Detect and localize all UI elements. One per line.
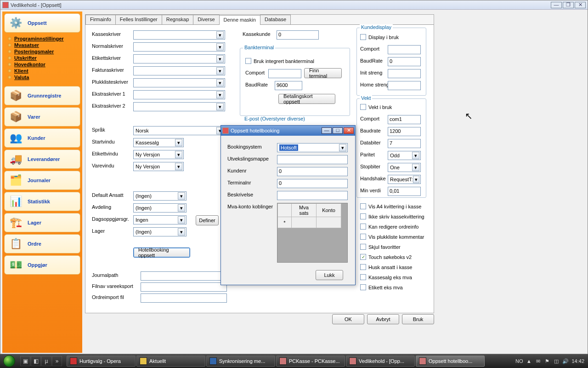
language-indicator[interactable]: NO <box>515 358 523 364</box>
dropdown-etikettvindu[interactable]: Ny Versjon▾ <box>133 150 184 159</box>
checkbox-brukintegrert[interactable]: Bruk integrert bankterminal <box>245 58 314 64</box>
tab-dennemaskin[interactable]: Denne maskin <box>219 15 260 25</box>
tab-felles[interactable]: Felles Instillinger <box>115 15 162 24</box>
tray-icon[interactable]: ⚑ <box>544 358 550 364</box>
dialog-titlebar[interactable]: Oppsett hotellbooking — □ ✕ <box>221 126 355 136</box>
sidebar-sub-klient[interactable]: Klient <box>8 68 81 74</box>
input-bt-comport[interactable] <box>268 69 301 78</box>
network-icon[interactable]: ◫ <box>553 358 560 364</box>
sidebar-sub-valuta[interactable]: Valuta <box>8 74 81 80</box>
sidebar-item-lager[interactable]: 🏗️Lager <box>4 213 80 232</box>
input-kd-baudrate[interactable]: 0 <box>388 57 421 66</box>
ok-button[interactable]: OK <box>332 314 364 324</box>
dialog-minimize-icon[interactable]: — <box>322 127 332 134</box>
sidebar-item-oppgjor[interactable]: 💵Oppgjør <box>4 255 80 275</box>
checkbox-huskansatt[interactable]: Husk ansatt i kasse <box>360 264 412 270</box>
finnterminal-button[interactable]: Finn terminal <box>304 68 342 78</box>
quicklaunch-item[interactable]: ◧ <box>31 356 41 366</box>
sidebar-sub-posteringsmaler[interactable]: Posteringsmaler <box>8 48 81 55</box>
task-aktuellt[interactable]: Aktuellt <box>136 356 205 367</box>
quicklaunch-item[interactable]: µ <box>41 356 51 366</box>
tab-regnskap[interactable]: Regnskap <box>162 15 194 24</box>
sidebar-item-statistikk[interactable]: 📊Statistikk <box>4 192 80 211</box>
input-homestreng[interactable] <box>388 81 421 90</box>
input-databiter[interactable]: 7 <box>388 139 421 148</box>
task-synkronisering[interactable]: Synkronisering me... <box>206 356 275 367</box>
table-mvakonto[interactable]: Mva satsKonto * <box>277 203 348 263</box>
sidebar-sub-utskrifter[interactable]: Utskrifter <box>8 55 81 61</box>
table-cell[interactable] <box>292 217 317 228</box>
tray-icon[interactable]: ▲ <box>526 358 532 364</box>
input-beskrivelse[interactable] <box>277 191 348 200</box>
dropdown-bookingsystem[interactable]: Hotsoft▾ <box>277 143 348 152</box>
dropdown-ekstraskriver2[interactable]: ▾ <box>133 102 225 111</box>
input-minverdi[interactable]: 0,01 <box>388 187 421 196</box>
dropdown-normalskriver[interactable]: ▾ <box>133 42 225 52</box>
input-v-comport[interactable]: com1 <box>388 115 421 124</box>
checkbox-visplukkliste[interactable]: Vis plukkliste kommentar <box>360 234 424 240</box>
task-vedlikehold[interactable]: Vedlikehold - [Opp... <box>346 356 415 367</box>
tray-icon[interactable]: ✉ <box>535 358 541 364</box>
input-v-baudrate[interactable]: 1200 <box>388 127 421 136</box>
input-utvekslingsmappe[interactable] <box>277 155 348 164</box>
sidebar-item-varer[interactable]: 📦Varer <box>4 107 80 126</box>
avbryt-button[interactable]: Avbryt <box>367 314 399 324</box>
checkbox-ikkeskriv[interactable]: Ikke skriv kassekvittering <box>360 213 424 219</box>
dialog-close-icon[interactable]: ✕ <box>344 127 354 134</box>
dropdown-varevindu[interactable]: Ny Versjon▾ <box>133 162 184 171</box>
dropdown-lager[interactable]: (Ingen)▾ <box>133 227 187 236</box>
dropdown-kasseskriver[interactable]: ▾ <box>133 30 225 40</box>
task-oppsett-hotellboo[interactable]: Oppsett hotellboo... <box>416 356 485 367</box>
hotellbooking-button[interactable]: Hotellbooking oppsett <box>133 247 190 258</box>
sidebar-item-journaler[interactable]: 🗂️Journaler <box>4 171 80 190</box>
input-kd-comport[interactable] <box>388 45 421 54</box>
sidebar-item-leverandorer[interactable]: 🚚Leverandører <box>4 150 80 169</box>
clock[interactable]: 14:42 <box>571 358 584 364</box>
tab-database[interactable]: Database <box>260 15 291 24</box>
dropdown-avdeling[interactable]: (Ingen)▾ <box>133 203 187 213</box>
dropdown-stopbiter[interactable]: One▾ <box>388 163 421 172</box>
quicklaunch-item[interactable]: ▣ <box>20 356 30 366</box>
sidebar-item-grunnregistre[interactable]: 📦Grunnregistre <box>4 86 80 105</box>
definer-button[interactable]: Definer <box>196 215 219 225</box>
input-filnavvareeksport[interactable] <box>141 282 227 292</box>
checkbox-displayibruk[interactable]: Display i bruk <box>360 34 399 40</box>
checkbox-visa4[interactable]: Vis A4 kvittering i kasse <box>360 203 421 209</box>
input-terminalnr[interactable]: 0 <box>277 179 348 188</box>
quicklaunch-item[interactable]: » <box>52 356 62 366</box>
dropdown-defaultansatt[interactable]: (Ingen)▾ <box>133 191 187 201</box>
dropdown-paritet[interactable]: Odd▾ <box>388 151 421 160</box>
sidebar-sub-programinnstillinger[interactable]: Programinnstillinger <box>8 35 81 42</box>
checkbox-vektibruk[interactable]: Vekt i bruk <box>360 104 392 110</box>
checkbox-etiketteks[interactable]: Etikett eks mva <box>360 284 403 290</box>
tab-diverse[interactable]: Diverse <box>193 15 219 24</box>
checkbox-kassesalgeks[interactable]: Kassesalg eks mva <box>360 274 412 280</box>
sidebar-item-ordre[interactable]: 📋Ordre <box>4 234 80 253</box>
dropdown-etikettskriver[interactable]: ▾ <box>133 54 225 63</box>
sidebar-item-oppsett[interactable]: ⚙️ Oppsett <box>4 13 80 33</box>
sidebar-sub-mvasatser[interactable]: Mvasatser <box>8 42 81 48</box>
bruk-button[interactable]: Bruk <box>402 314 434 324</box>
input-journalpath[interactable] <box>141 271 227 281</box>
dropdown-ekstraskriver1[interactable]: ▾ <box>133 90 225 99</box>
table-cell[interactable] <box>317 217 341 228</box>
dropdown-plukklisteskriver[interactable]: ▾ <box>133 78 225 87</box>
task-pckasse[interactable]: PCKasse - PCKasse... <box>276 356 345 367</box>
dropdown-fakturaskriver[interactable]: ▾ <box>133 66 225 75</box>
volume-icon[interactable]: 🔊 <box>562 358 569 364</box>
dialog-maximize-icon[interactable]: □ <box>333 127 343 134</box>
dropdown-startvindu[interactable]: Kassesalg▾ <box>133 138 184 147</box>
sidebar-sub-hovedkontor[interactable]: Hovedkontor <box>8 61 81 68</box>
minimize-icon[interactable]: — <box>551 2 562 8</box>
tab-firmainfo[interactable]: Firmainfo <box>85 15 116 24</box>
start-button[interactable] <box>0 354 18 368</box>
checkbox-touchsoke[interactable]: ✓Touch søkeboks v2 <box>360 254 412 260</box>
betalingskort-button[interactable]: Betalingskort oppsett <box>278 94 335 104</box>
input-initstreng[interactable] <box>388 69 421 78</box>
task-hurtigvalg[interactable]: Hurtigvalg - Opera <box>67 356 136 367</box>
sidebar-item-kunder[interactable]: 👥Kunder <box>4 128 80 148</box>
input-kassekunde[interactable]: 0 <box>277 30 319 40</box>
dropdown-dagsoppgjor[interactable]: Ingen▾ <box>133 215 187 224</box>
restore-icon[interactable]: ❐ <box>563 2 574 8</box>
lukk-button[interactable]: Lukk <box>316 270 343 280</box>
